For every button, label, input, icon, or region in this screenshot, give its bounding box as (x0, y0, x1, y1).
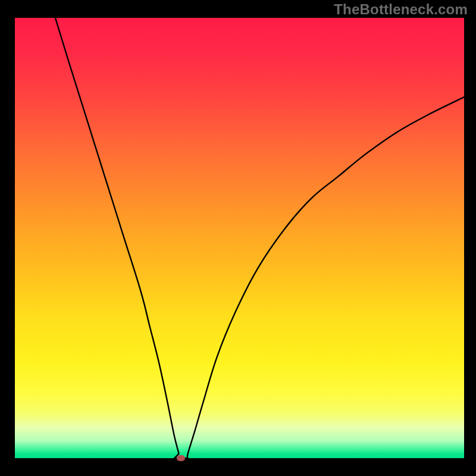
chart-container: TheBottleneck.com (0, 0, 476, 476)
curve-svg (15, 18, 464, 458)
plot-area (15, 18, 464, 458)
curve-path (55, 18, 464, 458)
marker-dot (177, 455, 185, 461)
watermark-text: TheBottleneck.com (334, 1, 468, 18)
